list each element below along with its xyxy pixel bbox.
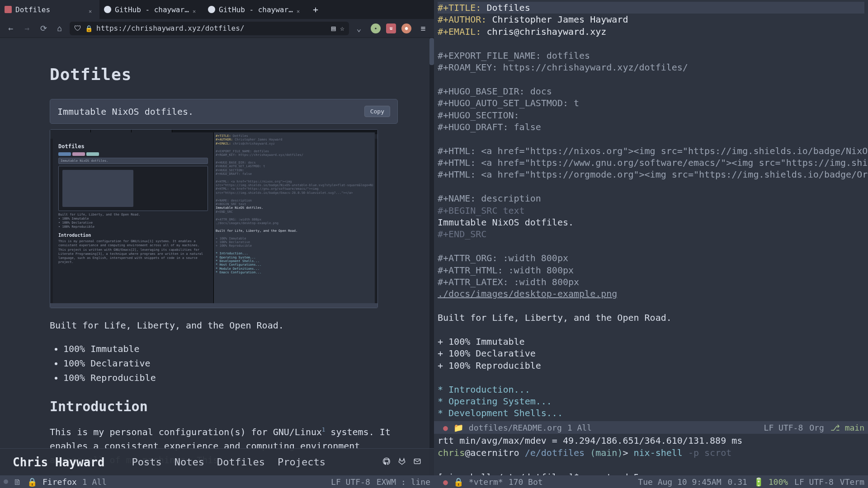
- buffer-position: 170 Bot: [509, 477, 543, 487]
- modified-icon: ●: [443, 423, 448, 432]
- extension-tan-icon[interactable]: ●: [401, 23, 411, 33]
- scrollbar[interactable]: [429, 38, 434, 475]
- buffer-name: Firefox: [42, 477, 77, 487]
- url-bar[interactable]: 🛡 🔒 https://chrishayward.xyz/dotfiles/ ▤…: [70, 22, 349, 35]
- favicon-icon: [208, 6, 215, 13]
- tagline: Built for Life, Liberty, and the Open Ro…: [50, 320, 398, 331]
- pocket-icon[interactable]: ⌄: [353, 22, 365, 35]
- browser-tab-github-1[interactable]: GitHub - chayward1/dotf: [99, 0, 203, 19]
- feature-list: 100% Immutable 100% Declarative 100% Rep…: [50, 342, 398, 385]
- lock-icon: 🔒: [453, 477, 463, 487]
- bookmark-icon[interactable]: ☆: [340, 24, 344, 33]
- modeline-org: ● 📁 dotfiles/README.org 1 All LF UTF-8 O…: [434, 421, 868, 434]
- load-avg: 0.31: [728, 477, 747, 487]
- nav-link-notes[interactable]: Notes: [175, 456, 204, 468]
- clock: Tue Aug 10 9:45AM: [638, 477, 721, 487]
- extension-ublock-icon[interactable]: u: [386, 23, 396, 33]
- encoding: LF UTF-8: [331, 477, 370, 487]
- email-icon[interactable]: [413, 456, 421, 468]
- site-brand[interactable]: Chris Hayward: [13, 455, 105, 469]
- folder-icon: 📁: [453, 423, 463, 432]
- shield-icon[interactable]: 🛡: [74, 24, 81, 33]
- gitlab-icon[interactable]: [398, 456, 406, 468]
- hamburger-menu-icon[interactable]: ≡: [417, 22, 429, 35]
- modified-icon: ●: [443, 477, 448, 487]
- site-nav: Chris Hayward Posts Notes Dotfiles Proje…: [0, 448, 434, 475]
- list-item: 100% Reproducible: [63, 371, 398, 385]
- page-viewport: Dotfiles Immutable NixOS dotfiles. Copy …: [0, 38, 434, 475]
- list-item: 100% Declarative: [63, 356, 398, 371]
- browser-tab-github-2[interactable]: GitHub - chayward1/dotf: [203, 0, 307, 19]
- modeline-dot-icon: [4, 479, 8, 484]
- lock-icon[interactable]: 🔒: [85, 25, 93, 32]
- browser-toolbar: ← → ⟳ ⌂ 🛡 🔒 https://chrishayward.xyz/dot…: [0, 19, 434, 38]
- buffer-name: *vterm*: [469, 477, 503, 487]
- nav-link-projects[interactable]: Projects: [278, 456, 326, 468]
- scrollbar-thumb[interactable]: [429, 38, 434, 65]
- copy-button[interactable]: Copy: [364, 106, 390, 117]
- code-text: Immutable NixOS dotfiles.: [57, 106, 193, 117]
- lock-icon: 🔒: [27, 477, 37, 487]
- url-text: https://chrishayward.xyz/dotfiles/: [96, 24, 328, 33]
- hero-screenshot: Dotfiles Immutable NixOS dotfiles. Built…: [50, 129, 378, 308]
- close-icon[interactable]: [297, 6, 303, 13]
- modeline-left: 🗎 🔒 Firefox 1 All LF UTF-8 EXWM : line: [0, 475, 434, 488]
- favicon-icon: [104, 6, 111, 13]
- browser-tab-strip: Dotfiles GitHub - chayward1/dotf GitHub …: [0, 0, 434, 19]
- vterm-terminal[interactable]: rtt min/avg/max/mdev = 49.294/186.651/36…: [434, 434, 868, 475]
- close-icon[interactable]: [193, 6, 199, 13]
- tab-title: Dotfiles: [15, 5, 85, 14]
- major-mode: Org: [809, 423, 824, 432]
- forward-button[interactable]: →: [21, 22, 33, 35]
- modeline-vterm: ● 🔒 *vterm* 170 Bot Tue Aug 10 9:45AM 0.…: [434, 475, 868, 488]
- github-icon[interactable]: [382, 456, 391, 468]
- nav-link-dotfiles[interactable]: Dotfiles: [217, 456, 265, 468]
- buffer-path: dotfiles/README.org: [469, 423, 562, 432]
- new-tab-button[interactable]: +: [307, 0, 324, 19]
- encoding: LF UTF-8: [794, 477, 834, 487]
- nav-link-posts[interactable]: Posts: [132, 456, 162, 468]
- tab-title: GitHub - chayward1/dotf: [115, 5, 189, 14]
- git-branch: ⎇ main: [830, 423, 864, 432]
- list-item: 100% Immutable: [63, 342, 398, 356]
- browser-tab-dotfiles[interactable]: Dotfiles: [0, 0, 99, 19]
- reader-mode-icon[interactable]: ▤: [331, 24, 336, 33]
- major-mode: VTerm: [840, 477, 864, 487]
- home-button[interactable]: ⌂: [53, 22, 66, 35]
- major-mode: EXWM : line: [377, 477, 430, 487]
- reload-button[interactable]: ⟳: [37, 22, 50, 35]
- battery-icon: 🔋 100%: [754, 477, 788, 487]
- description-code-block: Immutable NixOS dotfiles. Copy: [50, 99, 398, 124]
- org-editor[interactable]: #+TITLE: Dotfiles #+AUTHOR: Christopher …: [434, 0, 868, 421]
- close-icon[interactable]: [89, 6, 95, 13]
- back-button[interactable]: ←: [5, 22, 17, 35]
- favicon-icon: [5, 6, 12, 13]
- file-icon: 🗎: [14, 477, 22, 487]
- encoding: LF UTF-8: [764, 423, 803, 432]
- section-heading: Introduction: [50, 399, 398, 414]
- extension-green-icon[interactable]: ✦: [371, 23, 381, 33]
- buffer-position: 1 All: [567, 423, 592, 432]
- buffer-position: 1 All: [82, 477, 107, 487]
- tab-title: GitHub - chayward1/dotf: [219, 5, 293, 14]
- page-title: Dotfiles: [50, 65, 398, 84]
